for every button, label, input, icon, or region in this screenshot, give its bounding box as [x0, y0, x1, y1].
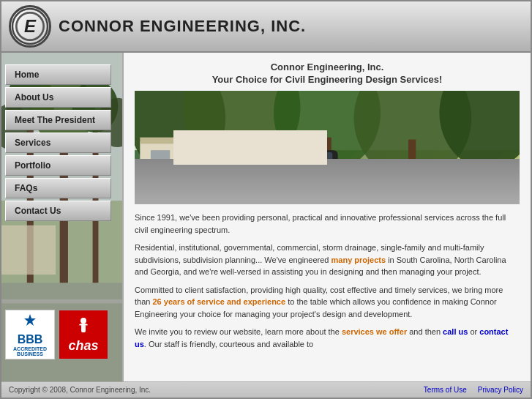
- page-wrapper: E CONNOR ENGINEERING, INC.: [0, 0, 532, 399]
- experience-link[interactable]: 26 years of service and experience: [152, 297, 285, 306]
- content-subtitle: Your Choice for Civil Engineering Design…: [135, 74, 520, 85]
- svg-rect-40: [204, 150, 223, 165]
- svg-point-0: [12, 9, 48, 44]
- svg-rect-26: [174, 140, 181, 172]
- copyright: Copyright © 2008, Connor Engineering, In…: [9, 386, 151, 394]
- nav-contact[interactable]: Contact Us: [5, 201, 111, 221]
- nav-about[interactable]: About Us: [5, 87, 111, 108]
- sidebar-badges: BBB ACCREDITEDBUSINESS chas: [5, 310, 119, 359]
- svg-rect-14: [1, 225, 56, 275]
- bbb-badge[interactable]: BBB ACCREDITEDBUSINESS: [5, 310, 55, 359]
- svg-point-45: [278, 182, 287, 190]
- sidebar: Home About Us Meet The President Service…: [1, 53, 122, 381]
- chas-badge[interactable]: chas: [59, 310, 108, 359]
- chas-text: chas: [68, 338, 98, 354]
- svg-rect-29: [408, 140, 416, 172]
- content-title: Connor Engineering, Inc.: [135, 61, 520, 72]
- para1: Since 1991, we've been providing persona…: [135, 212, 520, 236]
- svg-rect-36: [140, 141, 258, 179]
- privacy-link[interactable]: Privacy Policy: [478, 386, 523, 394]
- header: E CONNOR ENGINEERING, INC.: [1, 1, 531, 53]
- nav-faqs[interactable]: FAQs: [5, 178, 111, 198]
- main-layout: Home About Us Meet The President Service…: [1, 53, 531, 381]
- main-content[interactable]: Connor Engineering, Inc. Your Choice for…: [122, 53, 531, 381]
- svg-rect-49: [309, 152, 332, 163]
- nav-home[interactable]: Home: [5, 64, 111, 85]
- svg-rect-27: [239, 134, 247, 171]
- services-link[interactable]: services we offer: [342, 327, 407, 336]
- many-projects-link[interactable]: many projects: [331, 256, 386, 264]
- footer: Copyright © 2008, Connor Engineering, In…: [1, 381, 531, 398]
- bbb-logo: BBB: [18, 333, 43, 346]
- footer-links: Terms of Use Privacy Policy: [424, 386, 523, 394]
- svg-rect-39: [177, 150, 196, 165]
- svg-point-46: [337, 178, 351, 193]
- svg-rect-42: [263, 161, 353, 184]
- content-body: Since 1991, we've been providing persona…: [135, 212, 520, 350]
- terms-link[interactable]: Terms of Use: [424, 386, 467, 394]
- svg-point-1: [17, 13, 43, 40]
- bbb-sub-text: ACCREDITEDBUSINESS: [13, 346, 47, 357]
- svg-rect-37: [140, 138, 258, 144]
- para3: Committed to client satisfaction, provid…: [135, 284, 520, 321]
- svg-point-47: [340, 182, 349, 190]
- para2: Residential, institutional, governmental…: [135, 242, 520, 278]
- para4: We invite you to review our website, lea…: [135, 326, 520, 350]
- svg-point-44: [274, 178, 289, 193]
- svg-rect-38: [151, 150, 170, 165]
- svg-rect-41: [231, 150, 250, 165]
- call-us-link[interactable]: call us: [443, 327, 468, 336]
- logo-icon: E: [9, 5, 51, 48]
- nav-portfolio[interactable]: Portfolio: [5, 155, 111, 176]
- svg-rect-15: [1, 299, 122, 304]
- svg-text:E: E: [24, 16, 37, 36]
- hero-image: [135, 91, 520, 204]
- svg-rect-17: [81, 324, 86, 332]
- company-name: CONNOR ENGINEERING, INC.: [59, 17, 306, 36]
- svg-rect-30: [135, 177, 520, 204]
- svg-point-16: [80, 318, 86, 324]
- nav-services[interactable]: Services: [5, 133, 111, 153]
- nav-president[interactable]: Meet The President: [5, 110, 111, 130]
- svg-rect-48: [280, 152, 306, 163]
- sidebar-nav: Home About Us Meet The President Service…: [1, 53, 122, 225]
- svg-rect-31: [135, 175, 520, 179]
